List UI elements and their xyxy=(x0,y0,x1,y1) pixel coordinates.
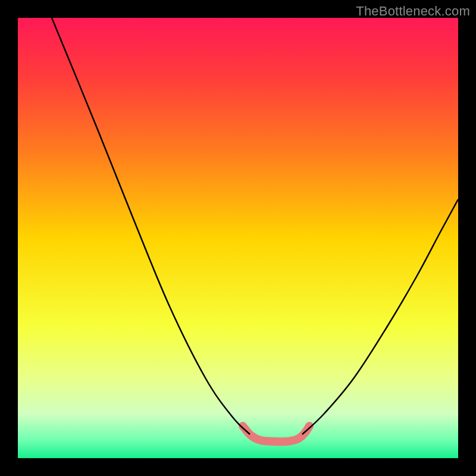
chart-canvas xyxy=(18,18,458,458)
gradient-background xyxy=(18,18,458,458)
watermark-text: TheBottleneck.com xyxy=(356,4,470,19)
chart-frame: TheBottleneck.com xyxy=(0,0,476,476)
plot-area xyxy=(18,18,458,458)
